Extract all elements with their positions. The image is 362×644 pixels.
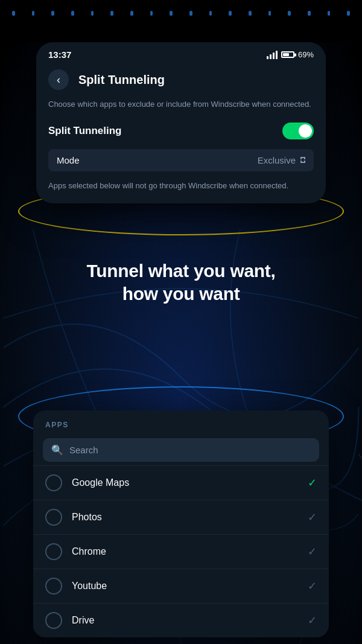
- app-item-drive[interactable]: Drive ✓: [33, 603, 329, 637]
- mode-value-container: Exclusive: [258, 155, 305, 165]
- signal-icon: [267, 51, 278, 59]
- split-tunneling-row: Split Tunneling: [48, 123, 314, 139]
- headline-text: Tunnel what you want,how you want: [24, 260, 338, 305]
- app-name-chrome: Chrome: [72, 546, 298, 557]
- apps-card: APPS 🔍 Search Google Maps ✓ Photos ✓ Chr…: [33, 410, 329, 637]
- check-icon-chrome: ✓: [308, 545, 317, 558]
- back-button[interactable]: ‹: [48, 69, 69, 90]
- battery-percent: 69%: [298, 50, 314, 59]
- split-tunneling-label: Split Tunneling: [48, 125, 122, 137]
- app-item-chrome[interactable]: Chrome ✓: [33, 534, 329, 569]
- split-tunneling-toggle[interactable]: [282, 123, 314, 139]
- check-icon-googlemaps: ✓: [308, 476, 317, 489]
- mode-value-text: Exclusive: [258, 155, 296, 165]
- app-item-photos[interactable]: Photos ✓: [33, 500, 329, 534]
- settings-card: 13:37 69% ‹ Split Tunneling Choose which…: [36, 42, 326, 203]
- apps-header: APPS: [33, 410, 329, 432]
- check-icon-drive: ✓: [308, 614, 317, 627]
- apps-section-label: APPS: [45, 421, 69, 429]
- app-icon-youtube: [45, 578, 62, 595]
- app-name-photos: Photos: [72, 512, 298, 523]
- app-icon-photos: [45, 509, 62, 526]
- check-icon-photos: ✓: [308, 511, 317, 524]
- search-input[interactable]: Search: [69, 445, 98, 455]
- status-icons: 69%: [267, 50, 314, 59]
- headline-section: Tunnel what you want,how you want: [0, 260, 362, 305]
- apps-note-text: Apps selected below will not go through …: [48, 180, 314, 192]
- header-nav: ‹ Split Tunneling: [36, 65, 326, 98]
- battery-icon: [281, 51, 294, 58]
- chevron-updown-icon: [300, 157, 305, 163]
- app-icon-googlemaps: [45, 474, 62, 491]
- app-name-youtube: Youtube: [72, 581, 298, 591]
- dot-grid-top: [0, 11, 362, 16]
- app-name-drive: Drive: [72, 615, 298, 626]
- app-icon-drive: [45, 612, 62, 629]
- search-icon: 🔍: [51, 444, 63, 456]
- mode-row[interactable]: Mode Exclusive: [48, 149, 314, 171]
- app-item-googlemaps[interactable]: Google Maps ✓: [33, 465, 329, 500]
- app-item-youtube[interactable]: Youtube ✓: [33, 569, 329, 603]
- search-bar[interactable]: 🔍 Search: [43, 438, 319, 462]
- page-title: Split Tunneling: [78, 73, 165, 87]
- status-time: 13:37: [48, 49, 71, 60]
- app-name-googlemaps: Google Maps: [72, 477, 298, 488]
- description-text: Choose which apps to exclude or include …: [48, 98, 314, 110]
- settings-content: Choose which apps to exclude or include …: [36, 98, 326, 203]
- app-icon-chrome: [45, 543, 62, 560]
- mode-label: Mode: [57, 155, 80, 165]
- check-icon-youtube: ✓: [308, 579, 317, 593]
- status-bar: 13:37 69%: [36, 42, 326, 65]
